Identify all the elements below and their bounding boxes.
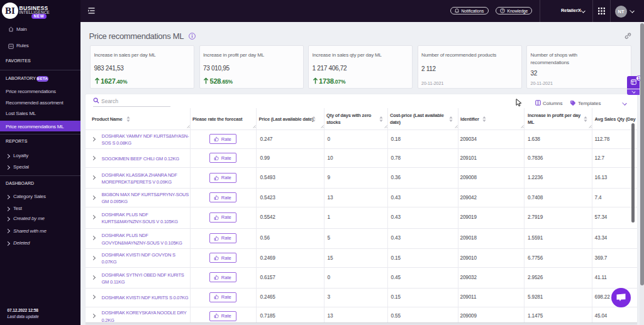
svg-text:?: ?: [502, 9, 504, 13]
